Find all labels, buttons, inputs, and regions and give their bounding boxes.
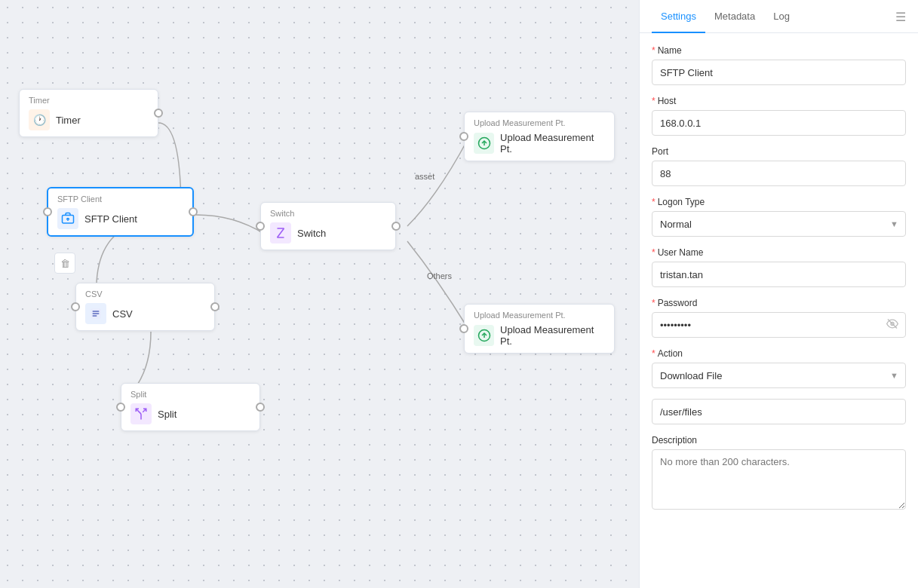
node-switch-port-right[interactable] [391,222,401,231]
form-label-port: Port [652,146,906,157]
svg-rect-6 [93,313,100,314]
node-upload2-port-left[interactable] [459,324,468,333]
password-wrapper [652,312,906,338]
node-split-label: Split [158,409,177,420]
required-star-host: * [652,96,655,106]
node-split-header: Split [130,390,250,399]
node-upload1-port-left[interactable] [459,132,468,141]
node-sftp-port-right[interactable] [189,207,198,216]
node-split-port-right[interactable] [256,403,265,412]
form-group-password: * Password [652,298,906,338]
required-star-username: * [652,247,655,258]
name-input[interactable] [652,60,906,85]
node-upload2-header: Upload Measurement Pt. [474,311,605,320]
node-csv-icon [85,303,106,324]
form-label-description: Description [652,435,906,446]
node-split-port-left[interactable] [116,403,125,412]
node-sftp-header: SFTP Client [57,194,183,204]
tab-log[interactable]: Log [764,0,799,33]
node-csv-port-right[interactable] [210,302,220,311]
form-group-host: * Host [652,96,906,136]
description-textarea[interactable] [652,449,906,510]
form-area: * Name * Host Port * Logon Type [640,33,918,588]
form-label-logon-type: * Logon Type [652,197,906,207]
form-label-action: * Action [652,348,906,359]
node-timer-icon: 🕐 [29,109,50,130]
node-csv[interactable]: CSV CSV [75,283,215,331]
form-group-name: * Name [652,45,906,85]
node-switch-icon [270,222,291,243]
node-timer-label: Timer [56,115,81,126]
node-sftp-icon [57,208,78,229]
form-label-host: * Host [652,96,906,106]
form-group-action: * Action Download File Upload File List … [652,348,906,388]
form-group-port: Port [652,146,906,186]
node-timer[interactable]: Timer 🕐 Timer [19,89,158,137]
edge-label-asset: asset [415,172,434,181]
node-upload1-header: Upload Measurement Pt. [474,118,605,127]
node-switch-port-left[interactable] [256,222,265,231]
port-input[interactable] [652,161,906,186]
username-input[interactable] [652,262,906,287]
action-select-wrapper: Download File Upload File List Files Del… [652,363,906,388]
node-csv-header: CSV [85,289,205,299]
host-input[interactable] [652,110,906,136]
node-switch[interactable]: Switch Switch [260,202,396,250]
tab-settings[interactable]: Settings [652,0,705,33]
tab-metadata[interactable]: Metadata [705,0,764,33]
node-sftp-port-left[interactable] [43,207,52,216]
node-timer-header: Timer [29,96,149,105]
form-group-logon-type: * Logon Type Normal Key Anonymous ▼ [652,197,906,237]
required-star-logon: * [652,197,655,207]
node-switch-header: Switch [270,209,386,218]
node-sftp-label: SFTP Client [84,213,137,225]
node-upload2-label: Upload Measurement Pt. [500,324,605,347]
node-sftp[interactable]: SFTP Client SFTP Client [47,187,194,237]
delete-icon[interactable]: 🗑 [54,253,75,274]
form-label-password: * Password [652,298,906,308]
action-select[interactable]: Download File Upload File List Files Del… [652,363,906,388]
node-upload2[interactable]: Upload Measurement Pt. Upload Measuremen… [464,304,615,354]
node-upload2-icon [474,325,494,346]
node-upload1-icon [474,133,494,154]
form-label-name: * Name [652,45,906,56]
node-switch-label: Switch [297,228,326,239]
form-group-path [652,399,906,424]
node-csv-label: CSV [112,308,133,320]
node-split-icon [130,403,152,424]
logon-type-select-wrapper: Normal Key Anonymous ▼ [652,211,906,237]
svg-rect-5 [93,311,100,312]
logon-type-select[interactable]: Normal Key Anonymous [652,211,906,237]
path-input[interactable] [652,399,906,424]
node-csv-port-left[interactable] [71,302,80,311]
password-toggle-icon[interactable] [886,318,898,332]
node-upload1[interactable]: Upload Measurement Pt. Upload Measuremen… [464,112,615,161]
form-group-description: Description [652,435,906,512]
required-star-action: * [652,348,655,359]
canvas[interactable]: asset Others Timer 🕐 Timer SFTP Client S… [0,0,639,588]
node-split[interactable]: Split Split [121,383,260,431]
node-timer-port-right[interactable] [154,109,163,118]
tabs-bar: Settings Metadata Log ☰ [640,0,918,33]
required-star-password: * [652,298,655,308]
form-label-username: * User Name [652,247,906,258]
right-panel: Settings Metadata Log ☰ * Name * Host Po… [639,0,918,588]
password-input[interactable] [652,312,906,338]
edge-label-others: Others [427,271,452,280]
tabs-menu-icon[interactable]: ☰ [895,9,906,23]
svg-rect-7 [93,315,97,317]
node-upload1-label: Upload Measurement Pt. [500,132,605,155]
required-star-name: * [652,45,655,56]
form-group-username: * User Name [652,247,906,287]
